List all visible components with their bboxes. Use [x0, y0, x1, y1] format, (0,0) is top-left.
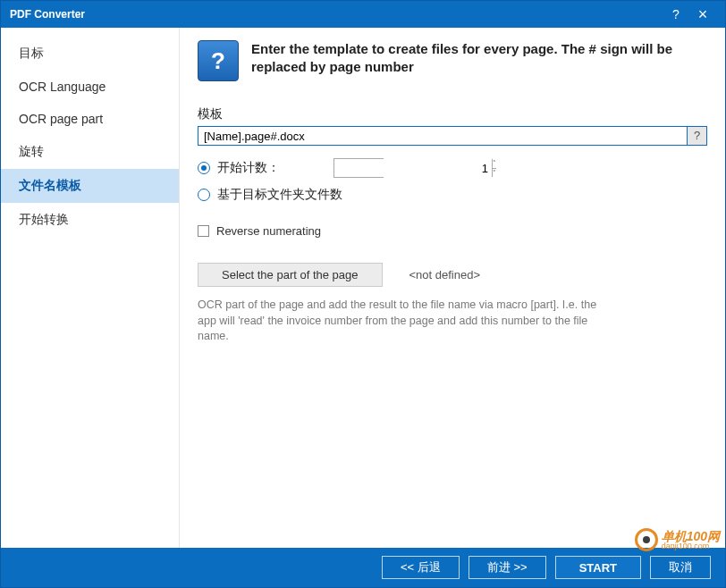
reverse-label: Reverse numerating — [216, 224, 321, 238]
help-icon[interactable]: ? — [663, 7, 689, 21]
cancel-button[interactable]: 取消 — [650, 556, 711, 579]
start-count-stepper[interactable]: ˄ ˅ — [333, 158, 384, 178]
back-button[interactable]: << 后退 — [382, 556, 460, 579]
select-part-button[interactable]: Select the part of the page — [198, 263, 383, 287]
spinner-up-icon[interactable]: ˄ — [492, 159, 496, 169]
sidebar-item-filename-template[interactable]: 文件名模板 — [1, 169, 179, 203]
sidebar: 目标 OCR Language OCR page part 旋转 文件名模板 开… — [1, 28, 180, 548]
page-icon: ? — [198, 40, 239, 81]
spinner-down-icon[interactable]: ˅ — [492, 169, 496, 178]
start-count-input[interactable] — [334, 159, 492, 177]
template-help-button[interactable]: ? — [688, 126, 707, 146]
page-heading: Enter the template to create files for e… — [251, 40, 707, 77]
next-button[interactable]: 前进 >> — [469, 556, 546, 579]
sidebar-item-ocr-language[interactable]: OCR Language — [1, 71, 179, 103]
window-title: PDF Converter — [10, 8, 663, 21]
template-input[interactable] — [198, 126, 688, 146]
radio-start-count[interactable] — [198, 162, 210, 174]
close-icon[interactable]: × — [689, 8, 716, 21]
sidebar-item-rotation[interactable]: 旋转 — [1, 135, 179, 169]
sidebar-item-start-conversion[interactable]: 开始转换 — [1, 203, 179, 237]
radio-folder-based[interactable] — [198, 189, 210, 201]
template-label: 模板 — [198, 106, 707, 122]
footer: << 后退 前进 >> START 取消 — [1, 548, 725, 587]
titlebar: PDF Converter ? × — [1, 1, 725, 28]
sidebar-item-ocr-page-part[interactable]: OCR page part — [1, 103, 179, 135]
reverse-checkbox[interactable] — [198, 225, 209, 237]
hint-text: OCR part of the page and add the result … — [198, 298, 609, 345]
radio-folder-based-label: 基于目标文件夹文件数 — [217, 187, 342, 203]
content-pane: ? Enter the template to create files for… — [180, 28, 725, 548]
select-part-status: <not defined> — [409, 268, 481, 281]
start-button[interactable]: START — [555, 556, 641, 579]
radio-start-count-label: 开始计数： — [217, 160, 280, 176]
sidebar-item-target[interactable]: 目标 — [1, 37, 179, 71]
